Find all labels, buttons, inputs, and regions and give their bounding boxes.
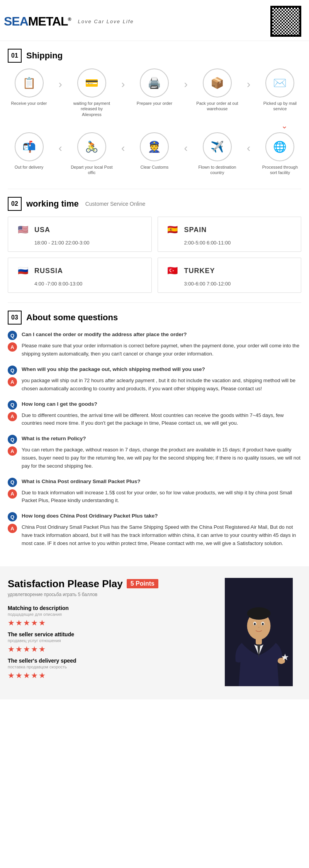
faq-a-label-6: A <box>8 524 17 533</box>
faq-item-1: Q Can I cancel the order or modify the a… <box>8 330 301 358</box>
faq-q-6: Q How long does China Post Oridinary Pac… <box>8 512 301 521</box>
faq-q-label-6: Q <box>8 512 17 521</box>
svg-point-7 <box>254 623 256 625</box>
faq-q-4: Q What is the return Policy? <box>8 434 301 444</box>
rating-delivery: The seller's delivery speed поставка про… <box>8 658 209 680</box>
faq-a-text-1: Please make sure that your order informa… <box>22 342 301 358</box>
flow-sort: 🌐 Processed through sort facility <box>259 132 301 176</box>
rating-description-sublabel: подщадящие для описания <box>8 612 209 617</box>
flow-prepare: 🖨️ Prepare your order <box>133 68 176 106</box>
logo-area: SEAMETAL® Love Car Love Life <box>4 14 134 29</box>
flow-delivery: 📬 Out for delivery <box>8 132 50 170</box>
faq-q-text-1: Can I cancel the order or modify the add… <box>22 330 187 340</box>
prepare-label: Prepare your order <box>137 101 172 106</box>
shipping-section-title: 01 Shipping <box>0 41 309 68</box>
usa-name: USA <box>34 226 50 234</box>
svg-point-8 <box>262 623 264 625</box>
sort-icon: 🌐 <box>265 132 294 161</box>
russia-flag: 🇷🇺 <box>16 264 30 278</box>
payment-label: waiting for payment released by Aliexpre… <box>70 101 113 117</box>
satisfaction-subtitle: удовлетворение просьба играть 5 баллов <box>8 592 209 597</box>
usa-name-row: 🇺🇸 USA <box>16 223 144 237</box>
faq-q-text-5: What is China Post ordinary Small Packet… <box>22 477 141 487</box>
arrow-3 <box>184 68 188 91</box>
turkey-name-row: 🇹🇷 TURKEY <box>166 264 294 278</box>
customs-icon: 👮 <box>140 132 169 161</box>
satisfaction-title: Satisfaction Please Play 5 Points <box>8 578 209 590</box>
flow-payment: 💳 waiting for payment released by Aliexp… <box>70 68 113 117</box>
faq-q-text-2: When will you ship the package out, whic… <box>22 365 205 375</box>
arrow-4 <box>247 68 250 91</box>
faq-a-text-5: Due to track information will increase 1… <box>22 489 301 505</box>
rating-delivery-stars: ★★★★★ <box>8 671 209 680</box>
tagline: Love Car Love Life <box>78 19 134 24</box>
delivery-icon: 📬 <box>15 132 44 161</box>
faq-q-label-5: Q <box>8 478 17 487</box>
logo-sea: SEA <box>4 14 28 28</box>
divider-2 <box>8 302 301 303</box>
faq-q-label-2: Q <box>8 366 17 375</box>
person-svg <box>216 578 301 686</box>
faq-a-6: A China Post Oridinary Small Packet Plus… <box>8 523 301 547</box>
points-badge: 5 Points <box>127 579 158 588</box>
rating-service-stars: ★★★★★ <box>8 644 209 654</box>
arrow-8 <box>247 132 250 154</box>
arrow-6 <box>121 132 125 154</box>
depart-label: Depart your local Post offic <box>70 164 113 176</box>
faq-item-6: Q How long does China Post Oridinary Pac… <box>8 512 301 547</box>
satisfaction-title-text: Satisfaction Please Play <box>8 578 123 590</box>
pickup-icon: ✉️ <box>265 68 294 97</box>
faq-q-text-4: What is the return Policy? <box>22 434 86 444</box>
divider-1 <box>8 189 301 189</box>
faq-q-label-4: Q <box>8 435 17 444</box>
faq-item-4: Q What is the return Policy? A You can r… <box>8 434 301 470</box>
spain-hours: 2:00-5:00 6:00-11:00 <box>166 240 294 246</box>
spain-flag: 🇪🇸 <box>166 223 180 237</box>
header: SEAMETAL® Love Car Love Life <box>0 0 309 41</box>
pickup-label: Picked up by mail service <box>259 101 301 112</box>
arrow-1 <box>59 68 62 91</box>
satisfaction-content: Satisfaction Please Play 5 Points удовле… <box>8 578 209 684</box>
faq-section-num: 03 <box>8 311 22 325</box>
depart-icon: 🚴 <box>77 132 106 161</box>
faq-a-label-1: A <box>8 342 17 352</box>
payment-icon: 💳 <box>77 68 106 97</box>
faq-a-label-4: A <box>8 446 17 456</box>
faq-q-text-6: How long does China Post Oridinary Packe… <box>22 512 158 521</box>
flow-receive: 📋 Receive your order <box>8 68 50 106</box>
country-russia: 🇷🇺 RUSSIA 4:00 -7:00 8:00-13:00 <box>8 258 152 293</box>
sort-label: Processed through sort facility <box>259 164 301 176</box>
flow-pickup: ✉️ Picked up by mail service <box>259 68 301 112</box>
receive-label: Receive your order <box>11 101 47 106</box>
faq-a-text-4: You can return the package, without reas… <box>22 446 301 470</box>
pack-label: Pack your order at out warehouse <box>196 101 238 112</box>
logo: SEAMETAL® <box>4 14 71 29</box>
rating-description-label: Matching to description <box>8 605 209 611</box>
faq-q-label-3: Q <box>8 400 17 410</box>
arrow-down: ⌄ <box>8 121 301 130</box>
faq-q-label-1: Q <box>8 331 17 340</box>
working-title-row: 02 working time Customer Service Online <box>8 191 301 217</box>
country-grid: 🇺🇸 USA 18:00 - 21:00 22:00-3:00 🇪🇸 SPAIN… <box>8 217 301 293</box>
faq-item-5: Q What is China Post ordinary Small Pack… <box>8 477 301 505</box>
flow-pack: 📦 Pack your order at out warehouse <box>196 68 238 112</box>
arrow-5 <box>59 132 62 154</box>
spain-name: SPAIN <box>184 226 207 234</box>
svg-point-4 <box>247 607 271 620</box>
arrow-7 <box>184 132 188 154</box>
rating-description-stars: ★★★★★ <box>8 618 209 627</box>
faq-a-label-2: A <box>8 377 17 386</box>
working-time-section: 02 working time Customer Service Online … <box>0 191 309 301</box>
logo-metal: METAL <box>28 14 68 28</box>
rating-description: Matching to description подщадящие для о… <box>8 605 209 627</box>
faq-a-text-2: you package will ship out in 72 hours af… <box>22 377 301 393</box>
faq-a-text-6: China Post Oridinary Small Packet Plus h… <box>22 523 301 547</box>
rating-service-label: The seller service attitude <box>8 631 209 637</box>
receive-icon: 📋 <box>15 68 44 97</box>
delivery-label: Out for delivery <box>15 164 44 170</box>
flow-customs: 👮 Clear Customs <box>133 132 176 170</box>
working-section-num: 02 <box>8 197 22 211</box>
faq-q-text-3: How long can I get the goods? <box>22 400 97 410</box>
shipping-flow: 📋 Receive your order 💳 waiting for payme… <box>0 68 309 187</box>
usa-hours: 18:00 - 21:00 22:00-3:00 <box>16 240 144 246</box>
